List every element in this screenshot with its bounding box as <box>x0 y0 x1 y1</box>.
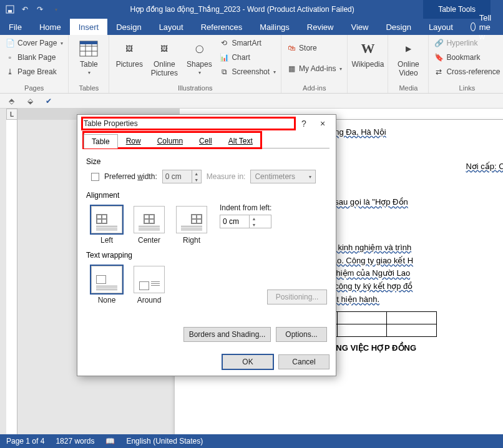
measure-in-select[interactable]: Centimeters▾ <box>250 170 316 183</box>
smartart-icon: ⟲ <box>219 38 229 48</box>
screenshot-icon: ⧉ <box>219 67 229 77</box>
qat-more-icon[interactable]: ▾ <box>51 4 61 14</box>
align-center-option[interactable] <box>134 206 165 233</box>
cross-reference-button[interactable]: ⇄Cross-reference <box>432 65 501 79</box>
tab-home[interactable]: Home <box>31 19 70 35</box>
group-illustrations: 🖼Pictures 🖼Online Pictures ◯Shapes▾ ⟲Sma… <box>109 35 281 93</box>
preferred-width-checkbox[interactable] <box>91 173 99 181</box>
redo-icon[interactable]: ↷ <box>35 4 45 14</box>
status-proof-icon[interactable]: 📖 <box>105 437 115 446</box>
wrap-none-label: None <box>98 296 116 304</box>
tab-design[interactable]: Design <box>107 19 150 35</box>
align-right-option[interactable] <box>176 206 207 233</box>
size-label: Size <box>86 157 327 166</box>
store-button[interactable]: 🛍Store <box>285 41 343 55</box>
tab-review[interactable]: Review <box>298 19 343 35</box>
preferred-width-input[interactable]: ▲▼ <box>162 170 202 183</box>
cancel-button[interactable]: Cancel <box>278 354 330 369</box>
table-button[interactable]: Table▾ <box>72 36 105 83</box>
blank-page-icon: ▫ <box>5 52 15 62</box>
dialog-tabstrip: Table Row Column Cell Alt Text <box>84 132 261 148</box>
hyperlink-button[interactable]: 🔗Hyperlink <box>432 36 501 50</box>
bookmark-button[interactable]: 🔖Bookmark <box>432 51 501 64</box>
options-button[interactable]: Options... <box>276 327 327 342</box>
group-tables: Table▾ Tables <box>69 35 109 93</box>
screenshot-button[interactable]: ⧉Screenshot▾ <box>218 65 277 79</box>
borders-shading-button[interactable]: Borders and Shading... <box>183 327 271 342</box>
wikipedia-button[interactable]: WWikipedia <box>351 36 384 83</box>
dlg-tab-table[interactable]: Table <box>84 134 118 149</box>
tab-mailings[interactable]: Mailings <box>251 19 298 35</box>
positioning-button[interactable]: Positioning... <box>267 290 327 304</box>
store-icon: 🛍 <box>286 43 296 53</box>
tab-layout[interactable]: Layout <box>150 19 192 35</box>
align-left-option[interactable] <box>91 206 122 233</box>
smartart-button[interactable]: ⟲SmartArt <box>218 36 277 50</box>
dlg-tab-cell[interactable]: Cell <box>191 134 220 148</box>
nav-subbar: ⬘ ⬙ ✔ <box>0 94 503 109</box>
page-break-button[interactable]: ⤓Page Break <box>4 65 64 79</box>
nav-next-icon[interactable]: ⬙ <box>24 95 36 107</box>
group-label-links: Links <box>432 83 501 93</box>
group-addins: 🛍Store ▦My Add-ins▾ Add-ins <box>281 35 348 93</box>
cover-page-button[interactable]: 📄Cover Page▾ <box>4 36 64 50</box>
tab-insert[interactable]: Insert <box>70 19 108 35</box>
indent-input[interactable]: ▲▼ <box>220 215 271 228</box>
group-pages: 📄Cover Page▾ ▫Blank Page ⤓Page Break Pag… <box>0 35 69 93</box>
blank-page-button[interactable]: ▫Blank Page <box>4 51 64 64</box>
tab-tabletools-layout[interactable]: Layout <box>420 19 462 35</box>
pictures-button[interactable]: 🖼Pictures <box>113 36 145 83</box>
dlg-tab-column[interactable]: Column <box>149 134 191 148</box>
online-video-button[interactable]: ▶Online Video <box>392 36 424 83</box>
shapes-button[interactable]: ◯Shapes▾ <box>183 36 215 83</box>
tell-me[interactable]: Tell me w <box>462 19 503 35</box>
tab-selector[interactable]: L <box>6 109 17 120</box>
status-page[interactable]: Page 1 of 4 <box>6 437 44 446</box>
page-break-icon: ⤓ <box>5 67 15 77</box>
my-addins-button[interactable]: ▦My Add-ins▾ <box>285 62 343 75</box>
ok-button[interactable]: OK <box>222 354 273 369</box>
dialog-table-properties: Table Properties ? × Table Row Column Ce… <box>77 114 336 376</box>
ruler-vertical[interactable] <box>6 120 17 434</box>
doc-line: Nơi cấp: Cục Quản lý xuất nhập cản <box>466 162 503 171</box>
status-language[interactable]: English (United States) <box>126 437 203 446</box>
ribbon-tabs: File Home Insert Design Layout Reference… <box>0 19 503 35</box>
tab-tabletools-design[interactable]: Design <box>377 19 419 35</box>
group-label-tables: Tables <box>72 83 105 93</box>
chart-button[interactable]: 📊Chart <box>218 51 277 64</box>
undo-icon[interactable]: ↶ <box>20 4 30 14</box>
dlg-tab-alttext[interactable]: Alt Text <box>220 134 261 148</box>
dlg-tab-row[interactable]: Row <box>118 134 149 148</box>
pictures-icon: 🖼 <box>119 39 139 59</box>
shapes-icon: ◯ <box>189 39 209 59</box>
titlebar: ↶ ↷ ▾ Hợp đồng lao động_Thắng_2023 - Wor… <box>0 0 503 19</box>
wrap-around-option[interactable] <box>134 266 165 293</box>
dialog-close-button[interactable]: × <box>313 117 332 130</box>
spellcheck-icon[interactable]: ✔ <box>42 95 55 107</box>
dialog-help-button[interactable]: ? <box>295 117 313 130</box>
spin-down-icon[interactable]: ▼ <box>192 177 201 183</box>
save-icon[interactable] <box>5 4 15 14</box>
table-icon <box>79 39 99 59</box>
tab-file[interactable]: File <box>0 19 31 35</box>
svg-rect-1 <box>8 10 12 12</box>
wrap-none-option[interactable] <box>91 266 122 293</box>
dialog-title: Table Properties <box>82 118 295 129</box>
status-words[interactable]: 1827 words <box>56 437 94 446</box>
spin-up-icon[interactable]: ▲ <box>192 170 201 177</box>
align-center-label: Center <box>138 236 160 245</box>
align-left-label: Left <box>100 236 113 245</box>
tab-references[interactable]: References <box>192 19 251 35</box>
align-right-label: Right <box>183 236 200 245</box>
wrap-around-label: Around <box>137 296 162 304</box>
addins-icon: ▦ <box>286 64 296 74</box>
group-label-media: Media <box>392 83 424 93</box>
online-pictures-button[interactable]: 🖼Online Pictures <box>148 36 180 83</box>
group-wikipedia: WWikipedia <box>348 35 388 93</box>
nav-prev-icon[interactable]: ⬘ <box>5 95 17 107</box>
spin-down-icon[interactable]: ▼ <box>250 222 258 228</box>
alignment-label: Alignment <box>86 191 327 200</box>
spin-up-icon[interactable]: ▲ <box>250 215 258 222</box>
tab-view[interactable]: View <box>342 19 377 35</box>
chart-icon: 📊 <box>219 52 229 62</box>
